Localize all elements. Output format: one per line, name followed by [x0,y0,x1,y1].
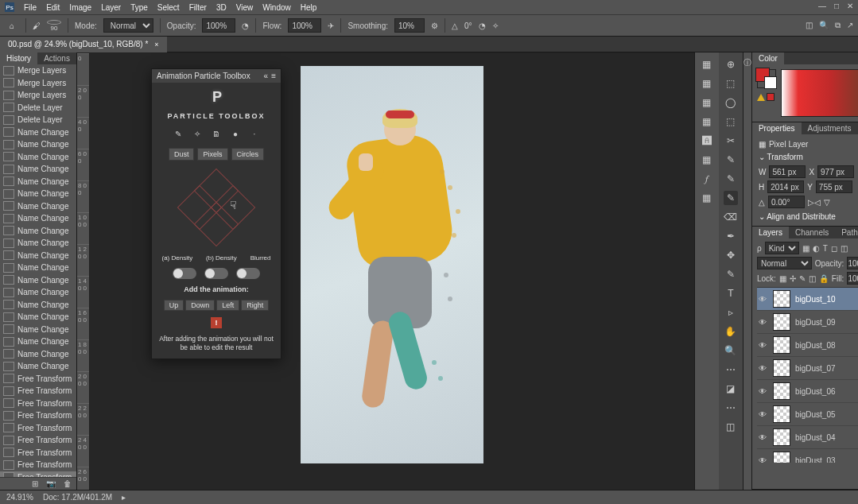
fg-bg-swatch[interactable] [757,69,776,88]
ext-pencil-icon[interactable]: ✎ [173,130,184,138]
layer-thumbnail[interactable] [773,359,790,377]
tool-icon[interactable]: ✒ [724,229,738,243]
history-item[interactable]: Free Transform [0,447,76,459]
history-item[interactable]: Merge Layers [0,77,76,90]
layer-item[interactable]: 👁bigDust_09 [757,311,858,334]
history-item[interactable]: Name Change [0,176,76,188]
tab-history[interactable]: History [0,52,37,64]
history-item[interactable]: Name Change [0,225,76,238]
tool-icon[interactable]: ⌫ [724,210,738,224]
density-a-toggle[interactable] [173,268,196,279]
visibility-icon[interactable]: 👁 [759,364,768,373]
panel-icon[interactable]: ▦ [700,191,714,205]
ext-tab-dust[interactable]: Dust [169,148,195,161]
history-item[interactable]: Name Change [0,200,76,213]
history-item[interactable]: Name Change [0,299,76,312]
history-item[interactable]: Free Transform [0,385,76,397]
tool-icon[interactable]: ⊕ [724,57,738,72]
align-section-header[interactable]: ⌄ Align and Distribute [759,211,858,223]
history-item[interactable]: Free Transform [0,422,76,435]
lock-nested-icon[interactable]: ◫ [809,274,816,283]
flip-h-icon[interactable]: ▷◁ [808,198,821,207]
tool-icon[interactable]: ✎ [724,267,738,281]
tool-icon[interactable]: ◫ [724,420,738,434]
new-snapshot-icon[interactable]: ⊞ [32,479,38,488]
tool-icon[interactable]: ⋯ [724,362,738,377]
workspace-icon[interactable]: ◫ [806,21,813,30]
ext-tab-circles[interactable]: Circles [231,148,265,161]
tool-icon[interactable]: ⋯ [724,401,738,415]
layer-thumbnail[interactable] [773,428,790,446]
search-icon[interactable]: 🔍 [819,21,829,30]
x-input[interactable] [817,165,854,178]
layer-item[interactable]: 👁bigDust_08 [757,334,858,357]
info-icon[interactable]: ⓘ [743,57,751,68]
layer-thumbnail[interactable] [773,452,790,463]
panel-icon[interactable]: ▦ [700,76,714,91]
history-item[interactable]: Free Transform [0,434,76,447]
ext-dot-small-icon[interactable]: · [249,130,260,138]
ext-menu-icon[interactable]: ≡ [271,72,276,80]
lock-all-icon[interactable]: ▦ [779,274,786,283]
symmetry-icon[interactable]: ✧ [492,21,499,30]
history-item[interactable]: Name Change [0,286,76,299]
tool-icon[interactable]: 🔍 [724,343,738,358]
history-list[interactable]: Merge LayersMerge LayersMerge LayersDele… [0,64,76,477]
blurred-toggle[interactable] [236,268,260,279]
menu-item[interactable]: Image [69,3,91,12]
share-icon[interactable]: ↗ [847,21,853,30]
menu-item[interactable]: File [24,3,37,12]
visibility-icon[interactable]: 👁 [759,456,768,463]
panel-icon[interactable]: ▦ [700,153,714,167]
angle-input[interactable] [768,196,805,208]
smoothing-input[interactable] [394,18,425,33]
ext-tab-pixels[interactable]: Pixels [197,148,227,161]
tool-icon[interactable]: ⬚ [724,76,738,91]
close-button[interactable]: ✕ [847,2,853,10]
history-item[interactable]: Name Change [0,138,76,151]
frame-icon[interactable]: ⧉ [835,21,841,30]
tool-icon[interactable]: T [724,286,738,300]
flip-v-icon[interactable]: ▽ [824,198,830,207]
layer-thumbnail[interactable] [773,290,790,308]
lock-fill-icon[interactable]: ✎ [799,274,806,283]
menu-item[interactable]: 3D [216,3,227,12]
layer-item[interactable]: 👁bigDust_03 [757,449,858,463]
tool-icon[interactable]: ⬚ [724,114,738,129]
anim-down-button[interactable]: Down [185,300,215,311]
pressure-size-icon[interactable]: ◔ [479,21,486,30]
panel-icon[interactable]: ▦ [700,114,714,129]
visibility-icon[interactable]: 👁 [759,318,768,327]
filter-type-icon[interactable]: T [823,244,828,253]
history-item[interactable]: Name Change [0,188,76,200]
tab-properties[interactable]: Properties [752,122,802,134]
history-item[interactable]: Name Change [0,335,76,348]
trash-icon[interactable]: 🗑 [64,479,72,488]
layer-item[interactable]: 👁bigDust_10 [757,288,858,311]
history-item[interactable]: Name Change [0,212,76,225]
flow-input[interactable] [288,18,321,33]
angle-value[interactable]: 0° [464,21,472,30]
anim-left-button[interactable]: Left [216,300,239,311]
blend-mode-select[interactable]: Normal [757,257,812,269]
ext-doc-icon[interactable]: 🗎 [211,130,222,138]
pressure-opacity-icon[interactable]: ◔ [242,21,249,30]
status-arrow-icon[interactable]: ▸ [122,493,126,502]
document-tab[interactable]: 00.psd @ 24.9% (bigDust_10, RGB/8) * × [0,37,167,52]
menu-item[interactable]: Window [262,3,291,12]
tab-paths[interactable]: Paths [835,227,858,238]
layer-thumbnail[interactable] [773,405,790,423]
canvas[interactable] [301,66,483,463]
menu-item[interactable]: Select [157,3,180,12]
airbrush-icon[interactable]: ✈ [328,21,334,30]
height-input[interactable] [767,180,804,193]
width-input[interactable] [769,165,806,178]
filter-smart-icon[interactable]: ◫ [841,244,848,253]
mode-select[interactable]: Normal [103,18,153,33]
layers-list[interactable]: 👁bigDust_10👁bigDust_09👁bigDust_08👁bigDus… [757,288,858,463]
visibility-icon[interactable]: 👁 [759,341,768,350]
zoom-level[interactable]: 24.91% [6,493,33,502]
lock-pos-icon[interactable]: ✢ [790,274,796,283]
tab-layers[interactable]: Layers [752,227,789,238]
layer-item[interactable]: 👁bigDust_06 [757,380,858,403]
